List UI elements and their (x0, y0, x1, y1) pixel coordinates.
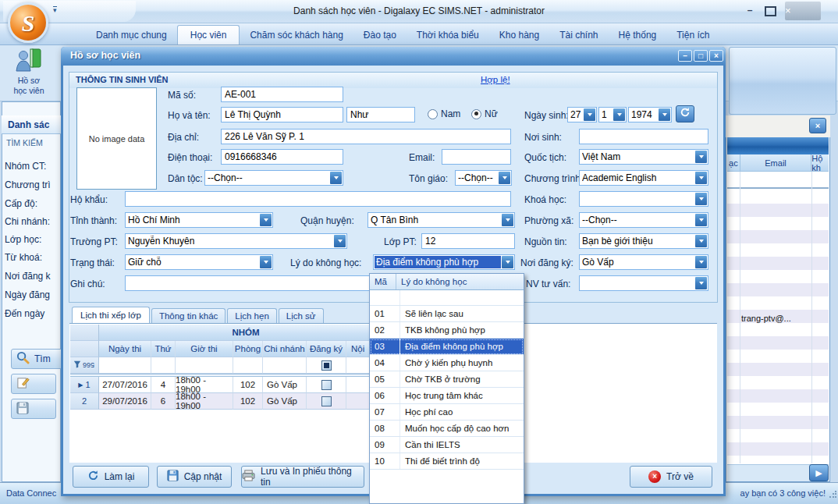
luu-va-in-button[interactable]: Lưu và In phiếu thông tin (241, 466, 364, 488)
birth-month-select[interactable]: 1 (598, 107, 627, 122)
dropdown-item-05[interactable]: 05Chờ TKB ở trường (370, 371, 524, 388)
filter-cell[interactable] (233, 357, 263, 374)
tab-thong-tin-khac[interactable]: Thông tin khác (151, 308, 225, 323)
cell-ngay-thi[interactable]: 29/07/2016 (99, 393, 151, 410)
quan-huyen-select[interactable]: Q Tân Bình (368, 212, 515, 228)
chevron-down-icon[interactable] (695, 277, 707, 289)
column-header-phong[interactable]: Phòng (233, 341, 263, 357)
dropdown-item-07[interactable]: 07Học phí cao (370, 404, 524, 421)
column-header-thu[interactable]: Thứ (151, 341, 176, 357)
ten-input[interactable] (346, 107, 415, 122)
dropdown-item-10[interactable]: 10Thi để biết trình độ (370, 453, 524, 470)
lop-pt-input[interactable] (421, 233, 515, 249)
lam-lai-button[interactable]: Làm lại (73, 466, 149, 488)
panel-close-button[interactable]: × (809, 118, 826, 133)
column-header-ngay-thi[interactable]: Ngày thi (99, 341, 151, 357)
menu-thoi-khoa-bieu[interactable]: Thời khóa biểu (407, 26, 489, 44)
dropdown-item-03-selected[interactable]: 03Địa điểm không phù hợp (370, 339, 524, 355)
menu-tai-chinh[interactable]: Tài chính (549, 26, 608, 44)
ho-khau-input[interactable] (125, 191, 511, 207)
khoa-hoc-select[interactable] (579, 191, 708, 207)
cell-chi-nhanh[interactable]: Gò Vấp (263, 377, 307, 393)
cell-phong[interactable]: 102 (233, 393, 263, 410)
window-close-button[interactable]: × (785, 2, 821, 20)
quoc-tich-select[interactable]: Việt Nam (579, 149, 708, 165)
menu-he-thong[interactable]: Hệ thống (609, 26, 667, 44)
cell-gio-thi[interactable]: 18h00 - 19h00 (176, 393, 233, 410)
gender-radio-nu[interactable]: Nữ (471, 108, 498, 119)
ma-so-input[interactable] (221, 87, 343, 102)
nguon-tin-select[interactable]: Bạn bè giới thiệu (579, 233, 708, 249)
dropdown-row-empty[interactable] (370, 290, 524, 306)
chevron-down-icon[interactable] (499, 172, 510, 184)
dien-thoai-input[interactable] (221, 149, 343, 165)
chevron-down-icon[interactable] (334, 235, 346, 247)
gender-radio-nam[interactable]: Nam (428, 108, 460, 119)
dropdown-item-02[interactable]: 02TKB không phù hợp (370, 322, 524, 339)
chevron-down-icon[interactable] (695, 235, 707, 247)
truong-pt-select[interactable]: Nguyễn Khuyên (125, 233, 347, 249)
grid-filter-row[interactable]: 566 (70, 357, 393, 374)
tinh-thanh-select[interactable]: Hồ Chí Minh (125, 212, 273, 228)
cell-phong[interactable]: 102 (233, 377, 263, 393)
nv-tu-van-select[interactable] (579, 275, 708, 291)
chevron-down-icon[interactable] (695, 172, 707, 184)
dropdown-item-06[interactable]: 06Học trung tâm khác (370, 388, 524, 404)
column-header-email[interactable]: Email (740, 154, 812, 171)
menu-dao-tao[interactable]: Đào tạo (353, 26, 407, 44)
chevron-down-icon[interactable] (659, 108, 670, 121)
student-profile-toolbar-button[interactable]: Hồ sơ học viên (3, 47, 55, 100)
chevron-down-icon[interactable] (260, 214, 272, 226)
filter-cell[interactable] (176, 357, 233, 374)
chevron-down-icon[interactable] (260, 256, 272, 268)
window-minimize-button[interactable]: – (741, 4, 758, 18)
chevron-down-icon[interactable] (613, 108, 625, 121)
valid-link[interactable]: Hợp lệ! (481, 75, 510, 84)
dropdown-item-08[interactable]: 08Muốn học cấp độ cao hơn (370, 421, 524, 437)
checkbox-indeterminate[interactable] (321, 360, 332, 371)
chevron-down-icon[interactable] (695, 214, 707, 226)
ly-do-select[interactable]: Địa điểm không phù hợp (373, 254, 515, 270)
menu-danh-muc-chung[interactable]: Danh mục chung (86, 26, 177, 44)
dropdown-item-09[interactable]: 09Cần thi IELTS (370, 437, 524, 453)
noi-sinh-input[interactable] (579, 129, 708, 144)
tro-ve-button[interactable]: × Trở về (630, 466, 712, 488)
tab-lich-thi-xep-lop[interactable]: Lịch thi xếp lớp (72, 307, 150, 323)
dialog-maximize-button[interactable]: □ (694, 50, 708, 62)
column-header-hokhau[interactable]: Hộ kh (811, 154, 829, 171)
cell-dang-ky[interactable] (307, 393, 346, 410)
tab-lich-su[interactable]: Lịch sử (279, 308, 324, 323)
cell-ngay-thi[interactable]: 27/07/2016 (99, 377, 151, 393)
dia-chi-input[interactable] (221, 129, 511, 144)
app-logo-icon[interactable]: S (8, 2, 48, 43)
chevron-down-icon[interactable] (695, 151, 707, 163)
cell-thu[interactable]: 4 (151, 377, 176, 393)
grid-row-2[interactable]: 2 29/07/2016 6 18h00 - 19h00 102 Gò Vấp (70, 393, 393, 410)
birth-day-select[interactable]: 27 (567, 107, 597, 122)
photo-placeholder[interactable]: No image data (76, 87, 157, 190)
chevron-down-icon[interactable] (502, 256, 513, 268)
dialog-close-button[interactable]: × (709, 50, 723, 62)
chevron-down-icon[interactable] (584, 108, 595, 121)
filter-cell[interactable] (151, 357, 176, 374)
filter-cell[interactable] (99, 357, 151, 374)
filter-cell[interactable] (263, 357, 307, 374)
chevron-down-icon[interactable]: ▾ (53, 6, 57, 14)
edit-button[interactable] (11, 374, 56, 394)
dropdown-item-04[interactable]: 04Chờ ý kiến phụ huynh (370, 355, 524, 371)
cell-gio-thi[interactable]: 18h00 - 19h00 (176, 377, 233, 393)
phuong-xa-select[interactable]: --Chọn-- (579, 212, 708, 228)
trang-thai-select[interactable]: Giữ chỗ (125, 254, 273, 270)
checkbox-unchecked[interactable] (321, 380, 332, 390)
sidebar-tab-danh-sach[interactable]: Danh sác (2, 115, 61, 134)
menu-tien-ich[interactable]: Tiện ích (666, 26, 719, 44)
grid-row-1[interactable]: ▶1 27/07/2016 4 18h00 - 19h00 102 Gò Vấp (70, 377, 393, 393)
refresh-birthdate-button[interactable] (676, 105, 694, 122)
menu-kho-hang[interactable]: Kho hàng (489, 26, 549, 44)
list-filter-row[interactable] (727, 172, 829, 189)
birth-year-select[interactable]: 1974 (628, 107, 672, 122)
column-header-chi-nhanh[interactable]: Chi nhánh (263, 341, 307, 357)
window-maximize-button[interactable] (762, 4, 779, 18)
email-input[interactable] (442, 149, 511, 165)
column-header-contact[interactable]: ạc (727, 154, 740, 171)
